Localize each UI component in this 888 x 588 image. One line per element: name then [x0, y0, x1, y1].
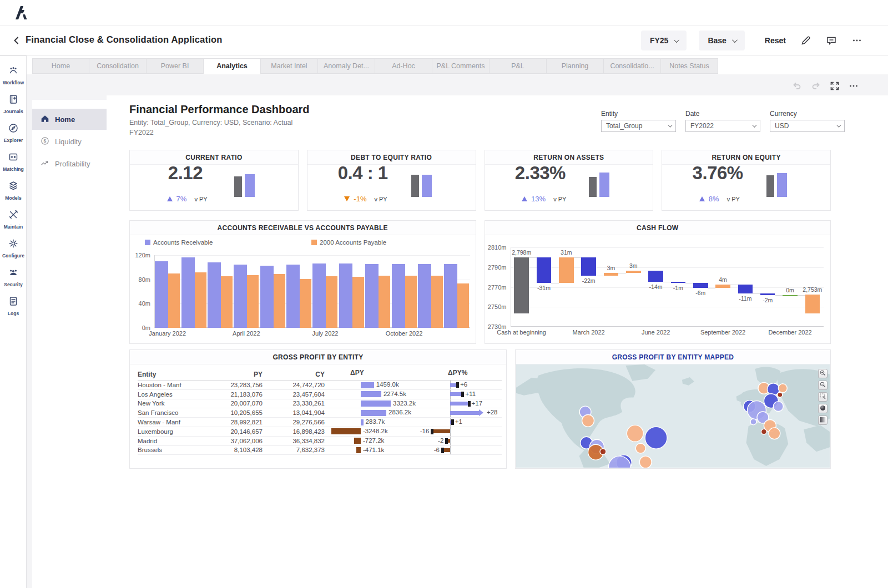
- waterfall-connector: [551, 283, 559, 283]
- tab-p-l-comments[interactable]: P&L Comments: [432, 58, 490, 74]
- payable-bar: [352, 277, 364, 328]
- tab-notes-status[interactable]: Notes Status: [661, 58, 718, 74]
- kpi-py-bar: [411, 175, 419, 197]
- bar-group-march-2022: [207, 255, 233, 328]
- tab-consolidation[interactable]: Consolidation: [89, 58, 147, 74]
- tab-home[interactable]: Home: [32, 58, 89, 74]
- receivable-bar: [339, 263, 352, 328]
- rail-item-configure[interactable]: Configure: [0, 234, 27, 262]
- liquidity-icon: $: [40, 136, 55, 148]
- sidebar-item-liquidity[interactable]: $Liquidity: [32, 131, 107, 152]
- tab-planning[interactable]: Planning: [547, 58, 604, 74]
- kpi-delta-value: 8%: [709, 195, 719, 203]
- tab-p-l[interactable]: P&L: [490, 58, 547, 74]
- dpy-bar: [361, 410, 386, 416]
- cell-entity: San Francisco: [138, 409, 207, 416]
- receivable-bar: [286, 265, 300, 328]
- x-axis-label: July 2022: [312, 330, 338, 337]
- cell-dpy: -471.1k: [325, 446, 425, 455]
- rail-item-explorer[interactable]: Explorer: [0, 118, 27, 147]
- rail-item-workflow[interactable]: Workflow: [0, 60, 27, 89]
- map-heatmap-button[interactable]: [818, 415, 828, 425]
- table-row-brussels[interactable]: Brussels8,103,4287,632,373-471.1k-6: [138, 446, 502, 455]
- delta-down-arrow-icon: [344, 196, 350, 201]
- waterfall-connector: [663, 282, 671, 282]
- table-row-san-francisco[interactable]: San Francisco10,205,65513,041,9042836.2k…: [138, 408, 502, 418]
- edit-pencil-icon[interactable]: [800, 35, 811, 46]
- map-zoom-in-button[interactable]: [818, 369, 828, 378]
- undo-icon[interactable]: [791, 80, 803, 92]
- waterfall-bar: [715, 285, 730, 288]
- redo-icon[interactable]: [810, 80, 821, 92]
- back-button[interactable]: [11, 35, 22, 46]
- waterfall-bar-label: -22m: [582, 277, 596, 284]
- tab-analytics[interactable]: Analytics: [204, 58, 261, 74]
- table-row-warsaw-manf[interactable]: Warsaw - Manf28,992,82129,276,566283.7k+…: [138, 418, 502, 427]
- table-row-houston-manf[interactable]: Houston - Manf23,283,75624,742,7201459.0…: [138, 381, 502, 390]
- entity-filter-select[interactable]: Total_Group: [601, 120, 676, 132]
- reset-button[interactable]: Reset: [765, 36, 786, 45]
- module-rail: WorkflowJournalsExplorerMatchingModelsMa…: [0, 55, 27, 588]
- gradient-layer-icon: [819, 416, 826, 425]
- map-bubble: [773, 402, 783, 412]
- table-row-new-york[interactable]: New York20,007,07023,330,2613323.2k+17: [138, 399, 502, 409]
- more-options-icon[interactable]: [851, 35, 862, 46]
- dpy-value-label: 1459.0k: [376, 381, 399, 388]
- entity-filter-label: Entity: [601, 110, 676, 118]
- map-bubble: [627, 425, 643, 442]
- waterfall-bar: [537, 257, 552, 283]
- world-map-svg: [516, 364, 830, 468]
- dashboard-toolbar: [791, 80, 859, 92]
- waterfall-bar: [693, 283, 708, 288]
- delta-up-arrow-icon: [522, 196, 527, 201]
- rail-item-maintain[interactable]: Maintain: [0, 205, 27, 234]
- world-map: [516, 364, 830, 468]
- base-currency-dropdown[interactable]: Base: [699, 31, 744, 50]
- table-row-luxembourg[interactable]: Luxembourg20,146,65716,898,423-3248.2k-1…: [138, 427, 502, 437]
- kpi-cy-bar: [422, 175, 432, 197]
- rail-item-matching[interactable]: Matching: [0, 147, 27, 176]
- rail-item-journals[interactable]: Journals: [0, 89, 27, 118]
- fullscreen-expand-icon[interactable]: [829, 80, 840, 92]
- dpyp-value-label: +6: [460, 381, 467, 388]
- cell-entity: Houston - Manf: [138, 382, 207, 388]
- tab-consolidatio[interactable]: Consolidatio...: [604, 58, 661, 74]
- rail-item-models[interactable]: Models: [0, 176, 27, 205]
- waterfall-connector: [529, 257, 537, 258]
- currency-filter-select[interactable]: USD: [770, 120, 845, 132]
- x-axis-label: January 2022: [149, 330, 186, 337]
- cell-entity: New York: [138, 400, 207, 407]
- dpyp-value-label: +17: [472, 400, 483, 407]
- app-title: Financial Close & Consolidation Applicat…: [26, 34, 223, 45]
- fiscal-year-value: FY25: [650, 36, 668, 45]
- waterfall-bar: [626, 271, 641, 273]
- fiscal-year-dropdown[interactable]: FY25: [641, 31, 687, 50]
- map-marquee-zoom-button[interactable]: [818, 392, 828, 402]
- table-row-madrid[interactable]: Madrid37,062,00636,334,832-727.2k-2: [138, 437, 502, 446]
- dashboard-more-icon[interactable]: [848, 80, 859, 92]
- cell-dpy: 1459.0k: [325, 381, 425, 389]
- app-logo[interactable]: [13, 5, 29, 21]
- tab-power-bi[interactable]: Power BI: [147, 58, 204, 74]
- receivable-bar: [418, 264, 431, 328]
- tab-market-intel[interactable]: Market Intel: [261, 58, 318, 74]
- sidebar-item-home[interactable]: Home: [32, 109, 107, 130]
- table-row-los-angeles[interactable]: Los Angeles21,183,07623,457,6042274.5k+1…: [138, 390, 502, 399]
- cell-py: 28,992,821: [207, 419, 263, 425]
- cell-py: 23,283,756: [207, 382, 263, 388]
- map-zoom-out-button[interactable]: [818, 381, 828, 390]
- filter-bar: Entity Total_Group Date FY2022 Currency …: [601, 110, 854, 132]
- cell-entity: Brussels: [138, 447, 207, 453]
- cell-py: 21,183,076: [207, 391, 263, 398]
- tab-anomaly-det[interactable]: Anomaly Det...: [318, 58, 375, 74]
- rail-item-logs[interactable]: Logs: [0, 291, 27, 320]
- date-filter-select[interactable]: FY2022: [685, 120, 760, 132]
- sidebar-item-profitability[interactable]: Profitability: [32, 153, 107, 174]
- base-value: Base: [708, 36, 726, 45]
- legend-label: Accounts Receivable: [153, 239, 213, 246]
- map-globe-button[interactable]: [818, 404, 828, 413]
- rail-item-security[interactable]: Security: [0, 262, 27, 291]
- comment-icon[interactable]: [826, 35, 837, 46]
- chart-title: CASH FLOW: [485, 221, 831, 235]
- tab-ad-hoc[interactable]: Ad-Hoc: [375, 58, 432, 74]
